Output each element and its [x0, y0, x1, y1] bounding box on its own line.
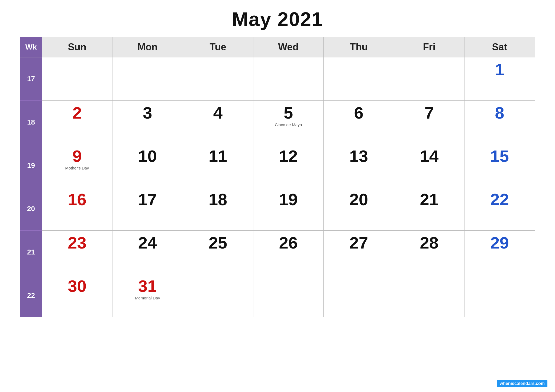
- day-cell[interactable]: [183, 57, 253, 101]
- day-number: 11: [186, 148, 250, 165]
- day-cell[interactable]: 8: [464, 101, 535, 144]
- header-row: Wk SunMonTueWedThuFriSat: [20, 37, 535, 57]
- day-number: 27: [326, 234, 391, 251]
- day-number: 26: [256, 234, 321, 251]
- day-number: 21: [397, 191, 462, 208]
- day-number: 14: [397, 148, 462, 165]
- week-number-21: 21: [20, 231, 42, 274]
- day-cell[interactable]: 26: [253, 231, 324, 274]
- day-number: 5: [256, 104, 321, 121]
- day-number: 15: [467, 148, 532, 165]
- day-number: 30: [45, 278, 109, 295]
- day-number: 23: [45, 234, 109, 251]
- day-cell[interactable]: [183, 274, 253, 317]
- day-header-thu: Thu: [324, 37, 394, 57]
- day-number: 16: [45, 191, 109, 208]
- holiday-label: Mother's Day: [45, 166, 109, 170]
- day-number: 25: [186, 234, 250, 251]
- day-cell[interactable]: [253, 274, 324, 317]
- day-number: 13: [326, 148, 391, 165]
- wk-header: Wk: [20, 37, 42, 57]
- day-number: 9: [45, 148, 109, 165]
- day-number: 29: [467, 234, 532, 251]
- holiday-label: Cinco de Mayo: [256, 122, 321, 127]
- day-cell[interactable]: [324, 57, 394, 101]
- day-header-tue: Tue: [183, 37, 253, 57]
- day-number: 2: [45, 104, 109, 121]
- day-header-sun: Sun: [42, 37, 112, 57]
- watermark: wheniscalendars.com: [497, 380, 547, 387]
- day-header-fri: Fri: [394, 37, 464, 57]
- day-cell[interactable]: 3: [112, 101, 183, 144]
- day-cell[interactable]: 22: [464, 187, 535, 231]
- page-title: May 2021: [232, 8, 323, 30]
- day-header-mon: Mon: [112, 37, 183, 57]
- week-row-22: 223031Memorial Day: [20, 274, 535, 317]
- day-number: 18: [186, 191, 250, 208]
- day-cell[interactable]: 13: [324, 144, 394, 187]
- day-cell[interactable]: 25: [183, 231, 253, 274]
- day-cell[interactable]: 24: [112, 231, 183, 274]
- day-cell[interactable]: 10: [112, 144, 183, 187]
- day-number: 19: [256, 191, 321, 208]
- week-row-21: 2123242526272829: [20, 231, 535, 274]
- week-number-18: 18: [20, 101, 42, 144]
- day-number: 28: [397, 234, 462, 251]
- day-cell[interactable]: [394, 274, 464, 317]
- day-number: 10: [115, 148, 180, 165]
- day-number: 3: [115, 104, 180, 121]
- day-cell[interactable]: 20: [324, 187, 394, 231]
- day-header-wed: Wed: [253, 37, 324, 57]
- week-number-22: 22: [20, 274, 42, 317]
- day-cell[interactable]: 27: [324, 231, 394, 274]
- day-cell[interactable]: 4: [183, 101, 253, 144]
- day-cell[interactable]: [464, 274, 535, 317]
- day-cell[interactable]: 16: [42, 187, 112, 231]
- day-number: 1: [467, 61, 532, 78]
- week-row-20: 2016171819202122: [20, 187, 535, 231]
- day-cell[interactable]: [324, 274, 394, 317]
- day-number: 6: [326, 104, 391, 121]
- day-cell[interactable]: 11: [183, 144, 253, 187]
- day-cell[interactable]: 14: [394, 144, 464, 187]
- day-number: 22: [467, 191, 532, 208]
- day-cell[interactable]: 5Cinco de Mayo: [253, 101, 324, 144]
- day-cell[interactable]: 12: [253, 144, 324, 187]
- day-cell[interactable]: 29: [464, 231, 535, 274]
- day-cell[interactable]: 21: [394, 187, 464, 231]
- day-cell[interactable]: 30: [42, 274, 112, 317]
- week-number-20: 20: [20, 187, 42, 231]
- week-row-18: 182345Cinco de Mayo678: [20, 101, 535, 144]
- day-number: 12: [256, 148, 321, 165]
- week-row-17: 171: [20, 57, 535, 101]
- day-number: 31: [115, 278, 180, 295]
- day-number: 4: [186, 104, 250, 121]
- week-number-19: 19: [20, 144, 42, 187]
- day-cell[interactable]: 23: [42, 231, 112, 274]
- day-number: 20: [326, 191, 391, 208]
- day-number: 24: [115, 234, 180, 251]
- day-cell[interactable]: 28: [394, 231, 464, 274]
- day-cell[interactable]: 6: [324, 101, 394, 144]
- day-cell[interactable]: [42, 57, 112, 101]
- week-number-17: 17: [20, 57, 42, 101]
- day-cell[interactable]: 7: [394, 101, 464, 144]
- day-number: 7: [397, 104, 462, 121]
- day-cell[interactable]: 15: [464, 144, 535, 187]
- holiday-label: Memorial Day: [115, 296, 180, 300]
- day-cell[interactable]: [112, 57, 183, 101]
- day-cell[interactable]: [394, 57, 464, 101]
- day-cell[interactable]: [253, 57, 324, 101]
- day-cell[interactable]: 17: [112, 187, 183, 231]
- day-number: 17: [115, 191, 180, 208]
- day-cell[interactable]: 2: [42, 101, 112, 144]
- day-header-sat: Sat: [464, 37, 535, 57]
- day-cell[interactable]: 9Mother's Day: [42, 144, 112, 187]
- day-cell[interactable]: 31Memorial Day: [112, 274, 183, 317]
- week-row-19: 199Mother's Day101112131415: [20, 144, 535, 187]
- day-cell[interactable]: 1: [464, 57, 535, 101]
- day-cell[interactable]: 18: [183, 187, 253, 231]
- day-cell[interactable]: 19: [253, 187, 324, 231]
- calendar-wrapper: Wk SunMonTueWedThuFriSat 171182345Cinco …: [20, 37, 535, 317]
- day-number: 8: [467, 104, 532, 121]
